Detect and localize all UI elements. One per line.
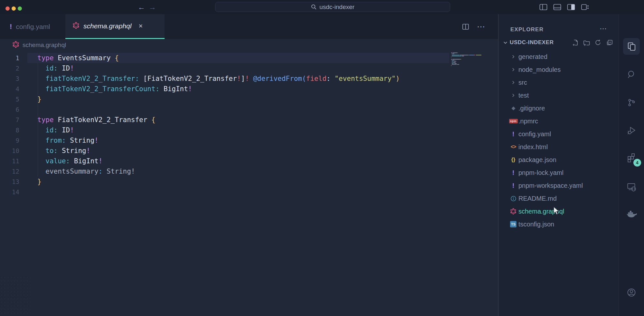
code-line-10[interactable]: to: String!	[37, 146, 400, 156]
tree-item-src[interactable]: src	[498, 76, 619, 89]
tree-item--npmrc[interactable]: npm .npmrc	[498, 115, 619, 128]
code-line-11[interactable]: value: BigInt!	[37, 156, 400, 166]
file-tree: generated node_modules src test .gitigno…	[498, 50, 619, 231]
source-control-icon[interactable]	[623, 94, 640, 111]
minimap-line	[451, 57, 492, 57]
new-folder-icon[interactable]	[582, 38, 591, 47]
tree-item-pnpm-lock-yaml[interactable]: ! pnpm-lock.yaml	[498, 166, 619, 179]
tree-item-tsconfig-json[interactable]: TS tsconfig.json	[498, 218, 619, 231]
tree-item-package-json[interactable]: {} package.json	[498, 153, 619, 166]
toggle-left-panel-icon[interactable]	[538, 3, 548, 11]
tree-item-label: .gitignore	[518, 105, 545, 112]
minimap-line	[451, 55, 492, 55]
tree-item-label: .npmrc	[518, 118, 538, 125]
breadcrumb[interactable]: schema.graphql	[0, 39, 498, 51]
minimap-line	[451, 53, 492, 53]
code-line-1[interactable]: type EventsSummary {	[37, 53, 400, 63]
tree-item-label: node_modules	[518, 66, 561, 73]
code-line-6[interactable]	[37, 104, 400, 115]
tree-item-label: config.yaml	[518, 130, 551, 138]
toggle-right-panel-icon[interactable]	[566, 3, 576, 11]
tree-item-label: pnpm-workspace.yaml	[518, 182, 583, 189]
explorer-more-icon[interactable]: ⋯	[600, 24, 607, 33]
code-line-7[interactable]: type FiatTokenV2_2_Transfer {	[37, 115, 400, 125]
minimap[interactable]	[451, 53, 492, 67]
code-editor[interactable]: 1234567891011121314 type EventsSummary {…	[0, 51, 498, 316]
layout-controls	[538, 3, 590, 11]
code-line-2[interactable]: id: ID!	[37, 63, 400, 73]
close-tab-icon[interactable]: ×	[138, 22, 143, 30]
command-center-search[interactable]: usdc-indexer	[215, 2, 450, 12]
activity-bar: 4	[619, 14, 644, 316]
line-number: 12	[0, 166, 19, 177]
code-line-12[interactable]: eventsSummary: String!	[37, 166, 400, 177]
graphql-icon	[510, 208, 516, 215]
minimize-window-button[interactable]	[12, 6, 16, 11]
tree-item-pnpm-workspace-yaml[interactable]: ! pnpm-workspace.yaml	[498, 179, 619, 192]
tree-item-label: package.json	[518, 156, 556, 164]
code-line-9[interactable]: from: String!	[37, 135, 400, 146]
tree-item-label: README.md	[518, 195, 557, 202]
code-content: type EventsSummary { id: ID! fiatTokenV2…	[37, 53, 400, 197]
collapse-all-icon[interactable]	[605, 38, 613, 47]
new-file-icon[interactable]	[571, 38, 580, 47]
account-icon[interactable]	[623, 284, 640, 301]
run-debug-icon[interactable]	[623, 122, 640, 139]
back-arrow-icon[interactable]: ←	[137, 3, 146, 12]
search-value: usdc-indexer	[319, 4, 355, 11]
code-line-4[interactable]: fiatTokenV2_2_TransferCount: BigInt!	[37, 84, 400, 94]
forward-arrow-icon[interactable]: →	[147, 3, 157, 12]
explorer-sidebar: EXPLORER ⋯ USDC-INDEXER generated node_m…	[498, 14, 619, 316]
extensions-icon[interactable]: 4	[623, 149, 640, 166]
line-number: 3	[0, 73, 19, 84]
split-editor-icon[interactable]	[461, 23, 470, 31]
code-line-8[interactable]: id: ID!	[37, 125, 400, 135]
tree-item-index-html[interactable]: <> index.html	[498, 140, 619, 153]
typescript-icon: TS	[510, 221, 516, 227]
traffic-lights	[5, 6, 22, 11]
project-section-header[interactable]: USDC-INDEXER	[498, 35, 619, 50]
line-number: 8	[0, 125, 19, 135]
line-number: 11	[0, 156, 19, 166]
tree-item-test[interactable]: test	[498, 89, 619, 102]
yaml-warning-icon: !	[512, 169, 515, 177]
customize-layout-icon[interactable]	[580, 3, 590, 11]
minimap-line	[451, 60, 492, 61]
tree-item-generated[interactable]: generated	[498, 50, 619, 63]
tree-item-config-yaml[interactable]: ! config.yaml	[498, 128, 619, 140]
code-line-14[interactable]	[37, 187, 400, 197]
code-line-5[interactable]: }	[37, 94, 400, 104]
toggle-bottom-panel-icon[interactable]	[552, 3, 562, 11]
close-window-button[interactable]	[5, 6, 10, 11]
tree-item--gitignore[interactable]: .gitignore	[498, 102, 619, 115]
explorer-icon[interactable]	[623, 38, 640, 55]
minimap-line	[451, 53, 492, 54]
tab-schema-graphql[interactable]: schema.graphql ×	[65, 14, 165, 39]
tree-item-label: index.html	[518, 143, 548, 151]
folder-chevron-icon	[511, 54, 516, 59]
json-icon: {}	[511, 157, 515, 163]
minimap-line	[451, 58, 492, 58]
folder-chevron-icon	[511, 80, 516, 85]
code-line-13[interactable]: }	[37, 177, 400, 187]
more-actions-icon[interactable]: ⋯	[477, 22, 485, 31]
maximize-window-button[interactable]	[18, 6, 22, 11]
tree-item-node-modules[interactable]: node_modules	[498, 63, 619, 76]
docker-icon[interactable]	[623, 206, 640, 222]
tab-label: config.yaml	[16, 23, 50, 31]
line-number: 14	[0, 187, 19, 197]
refresh-icon[interactable]	[594, 38, 602, 47]
editor-group: ! config.yaml schema.graphql × ⋯ schema.…	[0, 14, 498, 316]
code-line-3[interactable]: fiatTokenV2_2_Transfer: [FiatTokenV2_2_T…	[37, 73, 400, 84]
explorer-title: EXPLORER	[510, 26, 544, 33]
yaml-warning-icon: !	[10, 23, 12, 31]
tree-item-readme-md[interactable]: README.md	[498, 192, 619, 205]
tree-item-label: generated	[518, 53, 547, 61]
search-icon[interactable]	[623, 66, 640, 83]
tab-config-yaml[interactable]: ! config.yaml	[3, 14, 65, 39]
line-number: 1	[0, 53, 19, 63]
mouse-cursor	[553, 207, 560, 215]
titlebar: ← → usdc-indexer	[0, 0, 644, 14]
remote-explorer-icon[interactable]	[623, 178, 640, 195]
line-number: 2	[0, 63, 19, 73]
